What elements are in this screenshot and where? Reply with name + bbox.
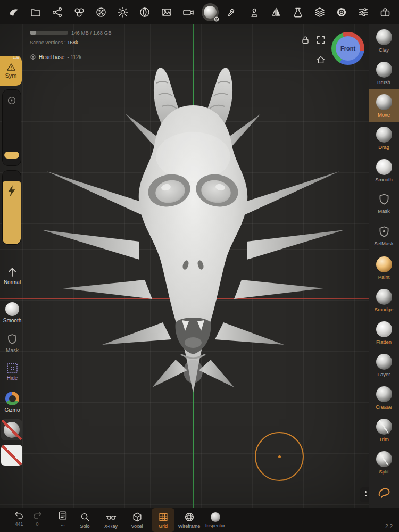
- wireframe-toggle[interactable]: Wireframe: [178, 508, 201, 532]
- undo-button[interactable]: 441: [14, 510, 24, 527]
- redo-button[interactable]: 0: [32, 510, 43, 527]
- object-row[interactable]: Head base - 112k: [30, 54, 112, 60]
- gizmo-icon: [5, 392, 19, 405]
- voxel-toggle[interactable]: Voxel: [126, 508, 148, 532]
- sun-icon: [117, 6, 129, 18]
- quick-smooth-button[interactable]: Smooth: [0, 302, 24, 323]
- gizmo-button[interactable]: Gizmo: [0, 392, 24, 413]
- grid-toggle[interactable]: Grid: [152, 508, 174, 532]
- tool-panel: Clay Brush Move Drag Smooth Mask SelMask: [369, 24, 399, 508]
- object-vertex-count: - 112k: [67, 54, 81, 60]
- tool-clay[interactable]: Clay: [369, 24, 399, 57]
- reset-view-button[interactable]: [315, 54, 326, 67]
- voxel-label: Voxel: [131, 523, 143, 529]
- brush-cursor[interactable]: [255, 432, 304, 481]
- arrow-up-icon: [6, 266, 18, 278]
- radius-slider[interactable]: [2, 89, 21, 166]
- lock-icon: [300, 35, 311, 45]
- view-orientation-gizmo[interactable]: Front: [331, 32, 364, 65]
- tool-move[interactable]: Move: [369, 89, 399, 122]
- tool-split[interactable]: Split: [369, 446, 399, 479]
- fullscreen-button[interactable]: [315, 35, 326, 47]
- material-button[interactable]: [136, 2, 153, 23]
- xray-label: X-Ray: [104, 523, 118, 529]
- tool-flatten[interactable]: Flatten: [369, 317, 399, 349]
- material-swatch[interactable]: [1, 419, 22, 440]
- intensity-slider[interactable]: [2, 170, 21, 245]
- inspector-label: Inspector: [205, 523, 225, 528]
- material-ball-icon: [139, 6, 151, 18]
- matcap-button[interactable]: [202, 2, 219, 23]
- stamp-button[interactable]: [246, 2, 263, 23]
- layers-button[interactable]: [311, 2, 328, 23]
- camera-button[interactable]: [180, 2, 197, 23]
- interface-button[interactable]: [377, 2, 394, 23]
- hide-dotted-icon: [7, 363, 18, 373]
- vertices-value: 168k: [67, 39, 78, 45]
- stroke-normal-button[interactable]: Normal: [0, 266, 24, 285]
- color-picker-button[interactable]: [223, 2, 240, 23]
- export-button[interactable]: [49, 2, 66, 23]
- tool-lasso-partial[interactable]: [369, 479, 399, 508]
- lock-camera-button[interactable]: [300, 35, 311, 47]
- hide-label: Hide: [7, 375, 18, 381]
- tool-mask[interactable]: Mask: [369, 187, 399, 219]
- tool-layer[interactable]: Layer: [369, 349, 399, 381]
- primitives-button[interactable]: [71, 2, 88, 23]
- tool-label: Flatten: [376, 339, 392, 345]
- toolbox-icon: [379, 6, 391, 18]
- history-list-button[interactable]: ...: [57, 510, 68, 527]
- inspector-sphere-icon: [211, 512, 220, 522]
- tool-paint[interactable]: Paint: [369, 252, 399, 284]
- color-swatch[interactable]: [1, 445, 22, 466]
- background-button[interactable]: [158, 2, 175, 23]
- tool-selmask[interactable]: SelMask: [369, 219, 399, 252]
- hide-button[interactable]: Hide: [0, 363, 24, 381]
- share-icon: [52, 6, 63, 18]
- xray-toggle[interactable]: X-Ray: [99, 508, 122, 532]
- topology-button[interactable]: [93, 2, 110, 23]
- tool-label: Move: [378, 112, 390, 118]
- symmetry-tab[interactable]: Sym: [0, 56, 22, 86]
- home-icon: [315, 54, 326, 65]
- tool-crease[interactable]: Crease: [369, 381, 399, 414]
- quick-mask-button[interactable]: Mask: [0, 333, 24, 353]
- settings-button[interactable]: [333, 2, 350, 23]
- history-group: 441 0 ...: [14, 510, 68, 527]
- mask-shield-icon: [378, 193, 390, 206]
- matcap-gear-icon: [213, 16, 220, 22]
- quick-smooth-label: Smooth: [3, 318, 21, 323]
- primitives-icon: [73, 6, 85, 18]
- postprocess-button[interactable]: [289, 2, 306, 23]
- drag-sphere-icon: [376, 127, 392, 143]
- grid-icon: [158, 512, 169, 522]
- app-logo-icon: [8, 6, 20, 18]
- radius-icon: [6, 95, 17, 106]
- symmetry-tab-label: Sym: [5, 72, 17, 79]
- wireframe-label: Wireframe: [178, 523, 201, 529]
- sliders-button[interactable]: [355, 2, 372, 23]
- radius-slider-handle[interactable]: [4, 152, 19, 159]
- memory-bar: [30, 31, 68, 35]
- tool-smudge[interactable]: Smudge: [369, 284, 399, 317]
- active-matcap-highlight: [202, 3, 219, 21]
- tool-drag[interactable]: Drag: [369, 122, 399, 154]
- inspector-toggle[interactable]: Inspector: [204, 508, 227, 532]
- view-label[interactable]: Front: [336, 36, 360, 61]
- tool-label: SelMask: [374, 240, 393, 246]
- files-button[interactable]: [27, 2, 44, 23]
- memory-row: 146 MB / 1.68 GB: [30, 30, 112, 36]
- sculpt-viewport[interactable]: [0, 24, 369, 508]
- tool-label: Brush: [377, 79, 390, 85]
- tool-trim[interactable]: Trim: [369, 414, 399, 446]
- eyedropper-icon: [226, 6, 238, 18]
- gizmo-label: Gizmo: [5, 407, 20, 413]
- project-menu-button[interactable]: [5, 2, 22, 23]
- symmetry-button[interactable]: [268, 2, 285, 23]
- vertices-row: Scene vertices : 168k: [30, 39, 112, 45]
- tool-smooth[interactable]: Smooth: [369, 154, 399, 187]
- tool-brush[interactable]: Brush: [369, 57, 399, 89]
- solo-toggle[interactable]: Solo: [73, 508, 96, 532]
- lighting-button[interactable]: [114, 2, 131, 23]
- dragon-head-model: [0, 24, 369, 508]
